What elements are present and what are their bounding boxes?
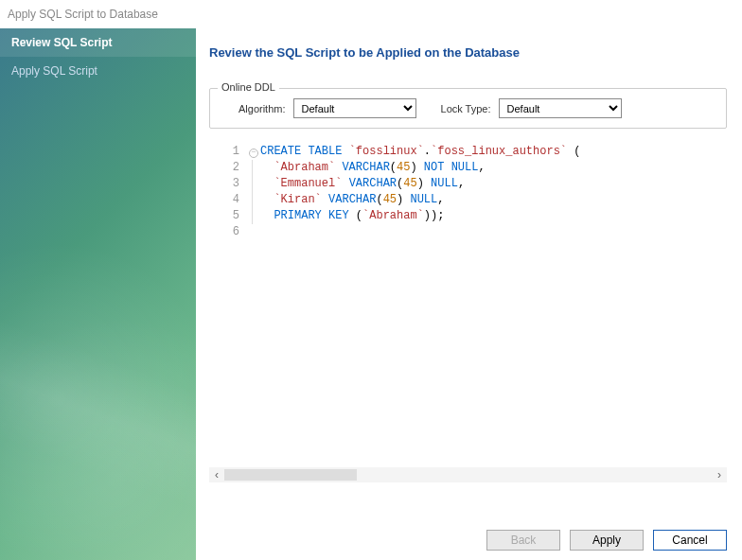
page-heading: Review the SQL Script to be Applied on t… xyxy=(209,45,727,60)
apply-button[interactable]: Apply xyxy=(570,530,644,551)
content: Review SQL ScriptApply SQL Script Review… xyxy=(0,28,742,560)
code-line[interactable]: `Kiran` VARCHAR(45) NULL, xyxy=(260,192,727,208)
line-number: 5 xyxy=(209,208,239,224)
sidebar-item-apply[interactable]: Apply SQL Script xyxy=(0,57,196,85)
code-line[interactable]: PRIMARY KEY (`Abraham`)); xyxy=(260,208,727,224)
online-ddl-group: Online DDL Algorithm: Default Lock Type:… xyxy=(209,88,727,129)
sidebar-item-review[interactable]: Review SQL Script xyxy=(0,28,196,57)
line-number: 4 xyxy=(209,192,239,208)
fold-line xyxy=(252,160,253,176)
algorithm-select[interactable]: Default xyxy=(293,98,416,118)
locktype-select[interactable]: Default xyxy=(499,98,622,118)
window-title-bar: Apply SQL Script to Database ✕ xyxy=(0,0,742,28)
line-number: 2 xyxy=(209,160,239,176)
scroll-right-icon[interactable]: › xyxy=(712,467,727,482)
fold-line xyxy=(252,176,253,192)
online-ddl-legend: Online DDL xyxy=(218,81,279,93)
horizontal-scrollbar[interactable]: ‹ › xyxy=(209,467,727,482)
scroll-thumb[interactable] xyxy=(224,469,357,481)
line-number: 6 xyxy=(209,224,239,240)
locktype-label: Lock Type: xyxy=(441,103,491,114)
button-row: Back Apply Cancel xyxy=(209,482,727,551)
code-line[interactable] xyxy=(260,224,727,240)
sql-editor[interactable]: 123456 − CREATE TABLE `fosslinux`.`foss_… xyxy=(209,144,727,467)
code-line[interactable]: `Emmanuel` VARCHAR(45) NULL, xyxy=(260,176,727,192)
editor-code[interactable]: CREATE TABLE `fosslinux`.`foss_linux_aut… xyxy=(260,144,727,467)
cancel-button[interactable]: Cancel xyxy=(653,530,727,551)
code-line[interactable]: `Abraham` VARCHAR(45) NOT NULL, xyxy=(260,160,727,176)
fold-line xyxy=(252,208,253,224)
scroll-track[interactable] xyxy=(224,467,712,482)
fold-cell: − xyxy=(247,144,260,160)
online-ddl-row: Algorithm: Default Lock Type: Default xyxy=(220,98,716,118)
sidebar: Review SQL ScriptApply SQL Script xyxy=(0,28,196,560)
editor-fold-column: − xyxy=(247,144,260,467)
fold-line xyxy=(252,192,253,208)
back-button: Back xyxy=(486,530,560,551)
algorithm-label: Algorithm: xyxy=(238,103,286,114)
editor-gutter: 123456 xyxy=(209,144,247,467)
fold-icon[interactable]: − xyxy=(249,149,258,158)
window-title: Apply SQL Script to Database xyxy=(8,8,158,21)
code-line[interactable]: CREATE TABLE `fosslinux`.`foss_linux_aut… xyxy=(260,144,727,160)
line-number: 3 xyxy=(209,176,239,192)
line-number: 1 xyxy=(209,144,239,160)
main-panel: Review the SQL Script to be Applied on t… xyxy=(196,28,742,560)
scroll-left-icon[interactable]: ‹ xyxy=(209,467,224,482)
